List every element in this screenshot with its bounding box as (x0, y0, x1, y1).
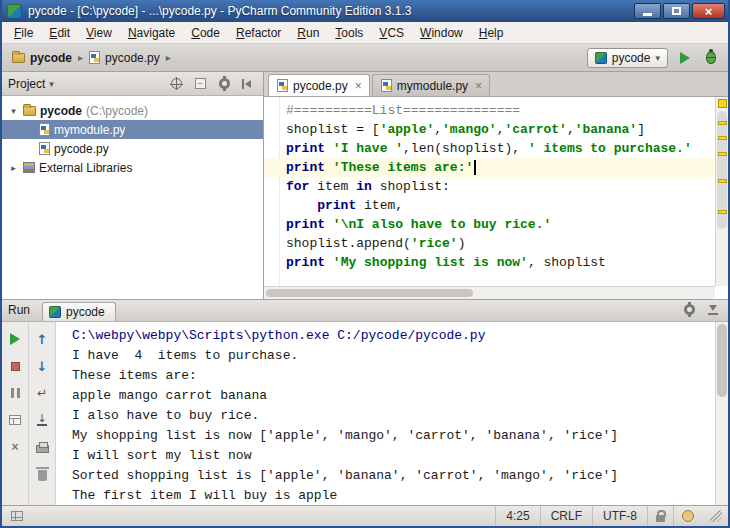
close-icon: × (705, 5, 713, 18)
settings-button[interactable] (215, 75, 233, 93)
tab-pycode-py[interactable]: pycode.py× (268, 74, 370, 96)
breadcrumb-item-pycode[interactable]: pycode (10, 50, 74, 66)
error-stripe[interactable] (715, 97, 728, 286)
run-configuration-select[interactable]: pycode ▾ (587, 48, 668, 68)
menu-item-run[interactable]: Run (289, 24, 327, 42)
editor-tabs: pycode.py×mymodule.py× (264, 72, 728, 97)
breadcrumb-item-pycode-py[interactable]: pycode.py (87, 50, 162, 66)
collapse-all-button[interactable]: − (191, 75, 209, 93)
scroll-from-source-button[interactable] (167, 75, 185, 93)
hide-panel-button[interactable] (239, 75, 257, 93)
run-button[interactable] (676, 49, 694, 67)
folder-icon (23, 106, 36, 116)
warning-stripe-mark[interactable] (718, 152, 727, 156)
console-line: These items are: (72, 366, 715, 386)
clear-all-button[interactable] (33, 465, 51, 483)
editor[interactable]: #==========List===============shoplist =… (264, 97, 728, 299)
menu-item-tools[interactable]: Tools (327, 24, 371, 42)
project-toolbar: − (167, 75, 257, 93)
horizontal-scrollbar-thumb[interactable] (266, 289, 473, 297)
scrollend-icon: ↓ (37, 414, 46, 426)
debug-button[interactable] (702, 49, 720, 67)
warning-stripe-mark[interactable] (718, 179, 727, 183)
console-line: I will sort my list now (72, 446, 715, 466)
tab-mymodule-py[interactable]: mymodule.py× (372, 74, 490, 96)
tree-item-external-libraries[interactable]: ▸External Libraries (2, 158, 263, 177)
tree-item-label: External Libraries (39, 161, 132, 175)
hide-icon (242, 78, 254, 90)
resize-grip-icon[interactable] (710, 510, 722, 522)
menu-item-refactor[interactable]: Refactor (228, 24, 289, 42)
close-tab-icon[interactable]: × (475, 80, 482, 92)
warning-stripe-mark[interactable] (718, 136, 727, 140)
window-controls: × (634, 3, 725, 19)
tree-item-pycode-py[interactable]: pycode.py (2, 139, 263, 158)
project-view-selector[interactable]: Project ▾ (8, 77, 54, 91)
horizontal-scrollbar[interactable] (264, 286, 715, 299)
menu-item-vcs[interactable]: VCS (371, 24, 412, 42)
close-button[interactable]: × (692, 3, 725, 19)
breadcrumb: pycode▸pycode.py▸ (10, 50, 579, 66)
line-separator-widget[interactable]: CRLF (540, 506, 592, 526)
code-line: shoplist = ['apple','mango','carrot','ba… (264, 120, 715, 139)
stop-button[interactable] (6, 357, 24, 375)
tree-item-pycode[interactable]: ▾pycode (C:\pycode) (2, 101, 263, 120)
tree-item-mymodule-py[interactable]: mymodule.py (2, 120, 263, 139)
hide-run-panel-button[interactable] (704, 300, 722, 318)
hector-inspections[interactable] (673, 506, 702, 526)
caret-position-widget[interactable]: 4:25 (495, 506, 539, 526)
run-tab-pycode[interactable]: pycode (42, 302, 116, 321)
console-scrollbar[interactable] (715, 322, 728, 505)
menu-item-navigate[interactable]: Navigate (120, 24, 183, 42)
pause-output-button[interactable] (6, 384, 24, 402)
code-line: print item, (264, 196, 715, 215)
scroll-to-end-button[interactable]: ↓ (33, 411, 51, 429)
run-toolbar-main: × (2, 322, 29, 505)
python-file-icon (277, 79, 288, 92)
run-settings-button[interactable] (680, 300, 698, 318)
chevron-down-icon: ▾ (655, 53, 660, 63)
warning-stripe-mark[interactable] (718, 121, 727, 125)
editor-code[interactable]: #==========List===============shoplist =… (264, 101, 715, 272)
console-scrollbar-thumb[interactable] (717, 324, 727, 397)
rerun-button[interactable] (6, 330, 24, 348)
soft-wrap-button[interactable]: ↵ (33, 384, 51, 402)
project-panel-title: Project (8, 77, 45, 91)
console[interactable]: C:\webpy\webpy\Scripts\python.exe C:/pyc… (56, 322, 728, 505)
title-bar[interactable]: pycode - [C:\pycode] - ...\pycode.py - P… (2, 0, 728, 22)
pyfile-icon (39, 142, 50, 155)
code-line: #==========List=============== (264, 101, 715, 120)
prev-occurrence-button[interactable]: ↑ (33, 330, 51, 348)
readonly-toggle[interactable] (647, 506, 673, 526)
minimize-button[interactable] (634, 3, 661, 19)
restore-layout-button[interactable] (6, 411, 24, 429)
toggle-toolwindows-button[interactable] (8, 507, 26, 525)
menu-item-help[interactable]: Help (471, 24, 512, 42)
menu-item-edit[interactable]: Edit (41, 24, 78, 42)
encoding-widget[interactable]: UTF-8 (592, 506, 647, 526)
lock-icon (656, 515, 665, 522)
menu-item-view[interactable]: View (78, 24, 120, 42)
menu-item-code[interactable]: Code (183, 24, 228, 42)
minimize-icon (643, 13, 652, 16)
run-panel-body: × ↑↓↵↓ C:\webpy\webpy\Scripts\python.exe… (2, 322, 728, 505)
tree-expand-icon[interactable]: ▸ (8, 163, 19, 173)
tree-expand-icon[interactable]: ▾ (8, 106, 19, 116)
warning-stripe-mark[interactable] (718, 210, 727, 214)
pycharm-logo-icon (595, 52, 607, 64)
trash-icon (38, 470, 47, 481)
library-icon (23, 162, 35, 173)
menu-item-window[interactable]: Window (412, 24, 471, 42)
inspection-indicator-icon[interactable] (718, 99, 727, 108)
run-panel-header: Run pycode (2, 300, 728, 322)
close-console-button[interactable]: × (6, 438, 24, 456)
menu-item-file[interactable]: File (6, 24, 41, 42)
breadcrumb-label: pycode.py (105, 51, 160, 65)
pycharm-logo-icon (49, 306, 61, 318)
next-occurrence-button[interactable]: ↓ (33, 357, 51, 375)
print-button[interactable] (33, 438, 51, 456)
target-icon (171, 78, 182, 89)
print-icon (36, 445, 49, 453)
close-tab-icon[interactable]: × (355, 80, 362, 92)
maximize-button[interactable] (663, 3, 690, 19)
